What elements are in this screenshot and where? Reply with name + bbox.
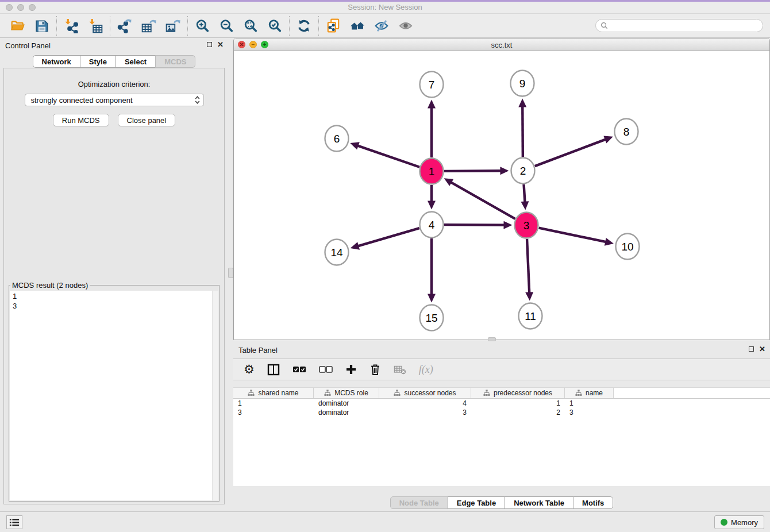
- graph-node-11[interactable]: 11: [519, 303, 542, 329]
- memory-label: Memory: [731, 518, 758, 527]
- add-column-icon[interactable]: [345, 363, 357, 376]
- tab-motifs[interactable]: Motifs: [573, 496, 613, 509]
- graph-edge-4-3[interactable]: [444, 221, 513, 229]
- zoom-selected-icon[interactable]: [263, 16, 287, 36]
- close-panel-icon[interactable]: ✕: [759, 346, 765, 352]
- function-builder-icon[interactable]: f(x): [419, 363, 433, 376]
- import-table-icon[interactable]: [83, 16, 107, 36]
- graph-node-1[interactable]: 1: [420, 159, 444, 184]
- graph-edge-3-11[interactable]: [525, 239, 533, 301]
- table-cell: dominator: [314, 399, 379, 408]
- graph-node-3[interactable]: 3: [515, 213, 538, 238]
- splitter-grip-vertical[interactable]: [228, 268, 233, 278]
- graph-edge-1-7[interactable]: [428, 100, 436, 158]
- tab-node-table[interactable]: Node Table: [390, 496, 448, 509]
- zoom-in-icon[interactable]: [190, 16, 214, 36]
- graph-node-14[interactable]: 14: [325, 240, 349, 265]
- graph-edge-1-4[interactable]: [428, 185, 436, 210]
- graph-edge-3-10[interactable]: [539, 228, 614, 246]
- graph-node-8[interactable]: 8: [615, 119, 638, 145]
- table-cell: 4: [379, 399, 471, 408]
- split-panel-icon[interactable]: [267, 363, 280, 376]
- edit-column-icon: [324, 390, 331, 396]
- settings-gear-icon[interactable]: ⚙: [244, 363, 255, 376]
- graph-node-7[interactable]: 7: [420, 72, 444, 98]
- graph-node-2[interactable]: 2: [511, 158, 535, 184]
- table-cell: 3: [379, 408, 471, 417]
- open-file-icon[interactable]: [6, 16, 30, 36]
- column-header-name[interactable]: name: [565, 388, 614, 398]
- deselect-all-icon[interactable]: [319, 363, 333, 376]
- show-hidden-icon[interactable]: [394, 16, 418, 36]
- tab-style[interactable]: Style: [80, 55, 116, 68]
- delete-column-icon[interactable]: [369, 363, 381, 376]
- refresh-icon[interactable]: [292, 16, 316, 36]
- tab-network-table[interactable]: Network Table: [505, 496, 573, 509]
- search-field[interactable]: [595, 19, 763, 32]
- optimization-criterion-label: Optimization criterion:: [4, 80, 224, 88]
- mcds-result-list: 1 3: [10, 291, 218, 311]
- table-row[interactable]: 1dominator411: [233, 399, 770, 408]
- table-cell: 3: [233, 408, 314, 417]
- node-table[interactable]: shared nameMCDS rolesuccessor nodesprede…: [233, 387, 770, 486]
- graph-node-15[interactable]: 15: [420, 305, 444, 331]
- svg-text:7: 7: [429, 79, 435, 91]
- graph-edge-4-14[interactable]: [351, 228, 419, 249]
- mcds-result-title: MCDS result (2 nodes): [10, 281, 90, 290]
- first-neighbors-icon[interactable]: [345, 16, 369, 36]
- select-all-icon[interactable]: [292, 363, 306, 376]
- export-image-icon[interactable]: [161, 16, 185, 36]
- graph-edge-1-6[interactable]: [350, 142, 419, 167]
- tab-mcds[interactable]: MCDS: [155, 55, 195, 68]
- graph-node-6[interactable]: 6: [325, 126, 349, 152]
- export-network-icon[interactable]: [113, 16, 137, 36]
- mcds-result-area[interactable]: 1 3: [10, 291, 218, 500]
- app-titlebar: Session: New Session: [0, 0, 770, 14]
- tab-edge-table[interactable]: Edge Table: [448, 496, 505, 509]
- graph-edge-4-15[interactable]: [428, 238, 436, 303]
- graph-edge-2-9[interactable]: [518, 98, 526, 157]
- table-cell: 1: [471, 399, 565, 408]
- graph-node-9[interactable]: 9: [511, 71, 534, 97]
- table-row[interactable]: 3dominator323: [233, 408, 770, 417]
- criterion-dropdown[interactable]: strongly connected component: [25, 94, 204, 106]
- tab-select[interactable]: Select: [116, 55, 156, 68]
- duplicate-network-icon[interactable]: [321, 16, 345, 36]
- save-session-icon[interactable]: [30, 16, 54, 36]
- main-toolbar: [0, 14, 770, 38]
- graph-edge-3-1[interactable]: [444, 178, 515, 219]
- edit-column-icon: [248, 390, 255, 396]
- close-panel-button[interactable]: Close panel: [118, 114, 176, 126]
- network-view-window: ✕ − + scc.txt 7968124314101511: [233, 38, 770, 340]
- export-table-icon[interactable]: [137, 16, 161, 36]
- search-input[interactable]: [608, 22, 763, 30]
- network-window-titlebar[interactable]: ✕ − + scc.txt: [234, 38, 769, 51]
- graph-node-4[interactable]: 4: [420, 212, 444, 238]
- float-panel-icon[interactable]: [207, 42, 212, 47]
- svg-text:11: 11: [525, 310, 536, 322]
- graph-edge-2-3[interactable]: [521, 184, 529, 210]
- network-canvas[interactable]: 7968124314101511: [234, 51, 769, 340]
- result-scrollbar[interactable]: [212, 291, 218, 500]
- column-header-shared-name[interactable]: shared name: [233, 388, 314, 398]
- task-history-button[interactable]: [6, 515, 22, 529]
- column-header-successor-nodes[interactable]: successor nodes: [379, 388, 471, 398]
- run-mcds-button[interactable]: Run MCDS: [53, 114, 109, 126]
- svg-text:9: 9: [519, 78, 526, 90]
- close-panel-icon[interactable]: ✕: [217, 41, 224, 48]
- hide-selected-icon[interactable]: [369, 16, 394, 36]
- column-header-MCDS-role[interactable]: MCDS role: [314, 388, 379, 398]
- delete-table-icon[interactable]: [394, 363, 406, 376]
- table-cell: 3: [565, 408, 614, 417]
- graph-edge-2-8[interactable]: [535, 136, 613, 166]
- memory-button[interactable]: Memory: [714, 515, 764, 529]
- graph-node-10[interactable]: 10: [616, 234, 640, 260]
- splitter-grip-horizontal[interactable]: [488, 337, 496, 341]
- tab-network[interactable]: Network: [33, 55, 80, 68]
- zoom-out-icon[interactable]: [214, 16, 238, 36]
- column-header-predecessor-nodes[interactable]: predecessor nodes: [471, 388, 565, 398]
- graph-edge-1-2[interactable]: [444, 167, 509, 175]
- float-panel-icon[interactable]: [749, 346, 754, 352]
- zoom-fit-icon[interactable]: [238, 16, 263, 36]
- import-network-icon[interactable]: [59, 16, 83, 36]
